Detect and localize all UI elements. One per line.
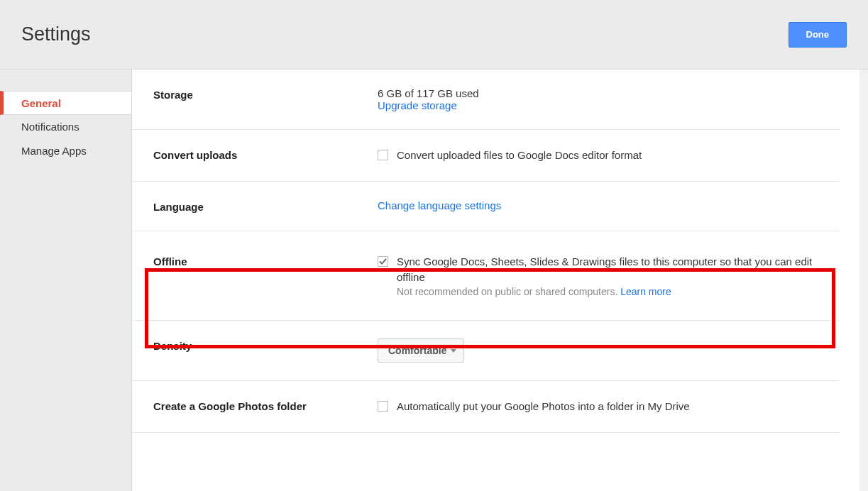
- scrollbar[interactable]: [859, 70, 868, 491]
- offline-learn-more-link[interactable]: Learn more: [620, 286, 671, 297]
- sidebar-item-general[interactable]: General: [0, 91, 132, 115]
- sidebar-item-notifications[interactable]: Notifications: [0, 115, 131, 139]
- density-value: Comfortable: [388, 345, 446, 356]
- chevron-down-icon: [451, 349, 456, 353]
- offline-section: Offline Sync Google Docs, Sheets, Slides…: [132, 231, 840, 321]
- upgrade-storage-link[interactable]: Upgrade storage: [378, 99, 840, 111]
- convert-checkbox[interactable]: [378, 150, 388, 160]
- photos-label: Create a Google Photos folder: [153, 399, 378, 414]
- convert-uploads-section: Convert uploads Convert uploaded files t…: [132, 130, 840, 182]
- photos-checkbox-label: Automatically put your Google Photos int…: [397, 399, 690, 414]
- photos-folder-section: Create a Google Photos folder Automatica…: [132, 381, 840, 433]
- settings-sidebar: General Notifications Manage Apps: [0, 70, 132, 491]
- language-label: Language: [153, 199, 378, 213]
- done-button[interactable]: Done: [789, 22, 847, 48]
- density-dropdown[interactable]: Comfortable: [378, 338, 464, 363]
- page-title: Settings: [21, 23, 91, 45]
- offline-checkbox[interactable]: [378, 256, 388, 267]
- density-section: Density Comfortable: [132, 321, 840, 381]
- density-label: Density: [153, 338, 378, 363]
- storage-section: Storage 6 GB of 117 GB used Upgrade stor…: [132, 70, 840, 130]
- photos-checkbox[interactable]: [378, 401, 388, 412]
- language-section: Language Change language settings: [132, 182, 840, 231]
- convert-label: Convert uploads: [153, 148, 378, 163]
- storage-label: Storage: [153, 87, 378, 111]
- offline-label: Offline: [153, 254, 378, 298]
- offline-hint: Not recommended on public or shared comp…: [397, 286, 840, 297]
- storage-usage: 6 GB of 117 GB used: [378, 87, 840, 99]
- settings-content: Storage 6 GB of 117 GB used Upgrade stor…: [132, 70, 868, 491]
- convert-checkbox-label: Convert uploaded files to Google Docs ed…: [397, 148, 642, 163]
- sidebar-item-manage-apps[interactable]: Manage Apps: [0, 139, 131, 163]
- offline-checkbox-label: Sync Google Docs, Sheets, Slides & Drawi…: [397, 254, 840, 285]
- settings-header: Settings Done: [0, 0, 868, 70]
- change-language-link[interactable]: Change language settings: [378, 199, 501, 211]
